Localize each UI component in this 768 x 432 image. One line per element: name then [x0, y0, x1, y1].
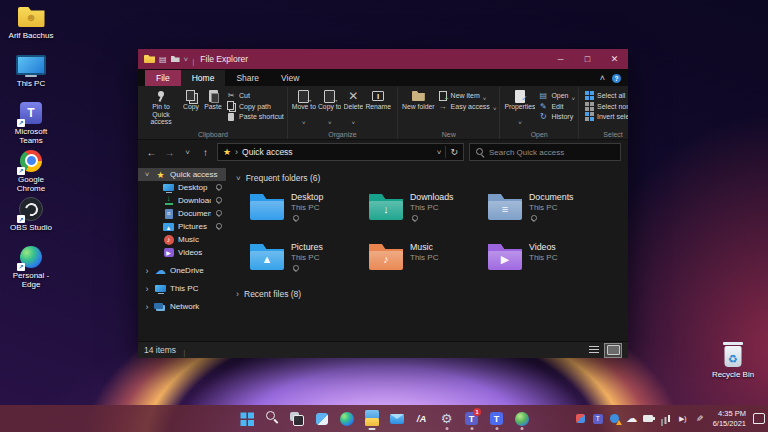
view-toggle[interactable]	[604, 343, 622, 358]
ribbon-button[interactable]: Copy to	[317, 88, 342, 129]
taskbar-button[interactable]	[511, 406, 532, 431]
explorer-folder-icon[interactable]	[144, 55, 155, 63]
back-button[interactable]	[145, 147, 158, 158]
ribbon-button[interactable]: Delete	[342, 88, 364, 129]
ribbon-button[interactable]: Select all	[584, 91, 628, 100]
minimize-ribbon-icon[interactable]	[600, 73, 605, 83]
taskbar-button[interactable]	[336, 406, 357, 431]
desktop-icon[interactable]: Microsoft Teams	[2, 99, 60, 145]
section-header-recent[interactable]: Recent files (8)	[236, 287, 620, 301]
content-pane: Frequent folders (6) Desktop	[226, 164, 628, 341]
tab[interactable]: View	[270, 70, 310, 86]
search-input[interactable]	[489, 148, 615, 157]
refresh-icon[interactable]	[450, 147, 458, 157]
desktop-icon[interactable]: Personal - Edge	[2, 243, 60, 289]
section-header-frequent[interactable]: Frequent folders (6)	[236, 171, 620, 185]
folder-tile[interactable]: ≡ Documents This PC	[488, 190, 607, 231]
taskbar-button[interactable]	[386, 406, 407, 431]
network-tray-icon[interactable]	[660, 412, 672, 426]
pin-icon	[153, 89, 169, 103]
ribbon-button[interactable]: Select none	[584, 102, 628, 111]
ribbon-button[interactable]: Easy access	[438, 102, 497, 111]
ribbon-button[interactable]: Properties	[503, 88, 536, 129]
tray-icon-list	[575, 412, 706, 426]
taskbar-button[interactable]	[311, 406, 332, 431]
desktop-icon[interactable]: Google Chrome	[2, 147, 60, 193]
sidebar-item[interactable]: This PC	[138, 282, 226, 295]
qat-properties-icon[interactable]	[159, 55, 167, 64]
sidebar-item[interactable]: Desktop	[138, 181, 226, 194]
desktop-icon[interactable]: OBS Studio	[2, 195, 60, 241]
ribbon-button[interactable]: Move to	[291, 88, 317, 129]
desktop-icon-recycle-bin[interactable]: Recycle Bin	[704, 340, 762, 379]
ribbon-button[interactable]: Rename	[364, 88, 392, 129]
sidebar-item[interactable]: Documents	[138, 207, 226, 220]
teams-tray-icon[interactable]	[592, 412, 604, 426]
desktop-icon[interactable]: Arif Bacchus	[2, 3, 60, 49]
ribbon-button[interactable]: Pin to Quick access	[142, 88, 180, 126]
account-alert-icon[interactable]	[609, 412, 621, 426]
folder-tile[interactable]: ▶ Videos This PC	[488, 240, 607, 281]
sidebar-item[interactable]: Network	[138, 300, 226, 313]
folder-tile[interactable]: ▲ Pictures This PC	[250, 240, 369, 281]
sidebar-item[interactable]: Downloads	[138, 194, 226, 207]
ribbon-button[interactable]: Copy	[180, 88, 202, 126]
chevron-down-icon[interactable]	[143, 170, 151, 179]
address-dropdown-icon[interactable]	[437, 148, 442, 157]
ribbon-button[interactable]: Copy path	[226, 102, 284, 111]
tray-app-icon[interactable]	[575, 412, 587, 426]
chevron-right-icon[interactable]	[143, 266, 151, 276]
tab[interactable]: File	[145, 70, 181, 86]
titlebar[interactable]: File Explorer	[138, 49, 628, 69]
taskbar-button[interactable]	[411, 406, 432, 431]
taskbar-button[interactable]: 1	[461, 406, 482, 431]
taskbar-button[interactable]	[236, 406, 257, 431]
qat-newfolder-icon[interactable]	[171, 56, 180, 62]
sidebar-item[interactable]: Videos	[138, 246, 226, 259]
taskbar-button[interactable]	[261, 406, 282, 431]
taskbar-button[interactable]	[436, 406, 457, 431]
ribbon-button[interactable]: Paste shortcut	[226, 112, 284, 121]
ribbon-button[interactable]: Cut	[226, 91, 284, 100]
clock[interactable]: 4:35 PM 6/15/2021	[713, 409, 746, 429]
folder-tile[interactable]: Desktop This PC	[250, 190, 369, 231]
chevron-down-icon[interactable]	[184, 55, 189, 64]
ribbon-button[interactable]: Invert selection	[584, 112, 628, 121]
taskbar-button[interactable]	[486, 406, 507, 431]
ribbon-button[interactable]: History	[538, 112, 575, 121]
tab[interactable]: Home	[181, 70, 226, 86]
onedrive-tray-icon[interactable]	[626, 412, 638, 426]
sidebar-item[interactable]: Pictures	[138, 220, 226, 233]
window-control-button[interactable]	[601, 49, 628, 69]
desktop-icon[interactable]: This PC	[2, 51, 60, 97]
recent-locations-icon[interactable]	[181, 148, 194, 157]
sidebar-item[interactable]: OneDrive	[138, 264, 226, 277]
sidebar-item[interactable]: Quick access	[138, 168, 226, 181]
breadcrumb[interactable]: Quick access	[217, 143, 464, 161]
volume-icon[interactable]	[677, 412, 689, 426]
taskbar-button[interactable]	[361, 406, 382, 431]
help-icon[interactable]	[612, 74, 621, 83]
window-control-button[interactable]	[547, 49, 574, 69]
chevron-right-icon[interactable]	[143, 284, 151, 294]
ribbon-button[interactable]: New folder	[401, 88, 436, 111]
folder-tile[interactable]: ♪ Music This PC	[369, 240, 488, 281]
forward-button[interactable]	[163, 147, 176, 158]
window-control-button[interactable]	[574, 49, 601, 69]
up-button[interactable]	[199, 147, 212, 158]
notification-center-icon[interactable]	[753, 412, 765, 426]
battery-icon[interactable]	[643, 412, 655, 426]
chevron-right-icon[interactable]	[143, 302, 151, 312]
search-box[interactable]	[469, 143, 621, 161]
view-toggle[interactable]	[586, 343, 601, 358]
pen-icon[interactable]	[694, 412, 706, 426]
ribbon-button[interactable]: Edit	[538, 102, 575, 111]
folder-tile[interactable]: ↓ Downloads This PC	[369, 190, 488, 231]
active-indicator	[368, 428, 375, 430]
ribbon-button[interactable]: New item	[438, 91, 497, 100]
taskbar-button[interactable]	[286, 406, 307, 431]
ribbon-button[interactable]: Paste	[202, 88, 224, 126]
sidebar-item[interactable]: Music	[138, 233, 226, 246]
tab[interactable]: Share	[225, 70, 270, 86]
ribbon-button[interactable]: Open	[538, 91, 575, 100]
